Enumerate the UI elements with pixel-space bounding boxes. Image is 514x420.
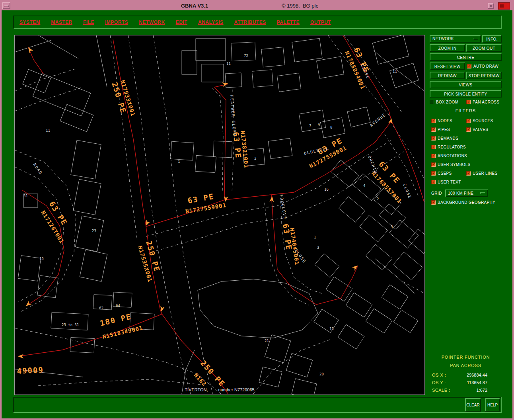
map-labels-layer: 250 PEN17933X00163 PEN17382100163 PEN172… bbox=[17, 46, 412, 389]
svg-text:4: 4 bbox=[363, 184, 365, 188]
svg-text:15: 15 bbox=[39, 257, 44, 261]
map-footer: TIVERTON,number N7720065 bbox=[15, 387, 424, 392]
menu-item-attributes[interactable]: ATTRIBUTES bbox=[234, 20, 266, 25]
readout-label: OS Y : bbox=[432, 380, 455, 385]
readout-value: 1:672 bbox=[455, 388, 487, 393]
network-dropdown[interactable]: NETWORK bbox=[430, 35, 481, 43]
svg-text:25 to 31: 25 to 31 bbox=[62, 323, 79, 327]
reset-view-button[interactable]: RESET VIEW bbox=[430, 63, 465, 70]
auto-draw-checkbox[interactable] bbox=[467, 64, 471, 68]
svg-text:2: 2 bbox=[254, 156, 256, 160]
svg-text:3: 3 bbox=[317, 246, 319, 250]
box-zoom-checkbox[interactable] bbox=[430, 100, 434, 104]
filter-label: DEMANDS bbox=[438, 136, 458, 141]
filter-checkbox-sources[interactable] bbox=[466, 119, 471, 123]
svg-text:21: 21 bbox=[265, 339, 269, 343]
pointer-function-value: PAN ACROSS bbox=[430, 363, 502, 368]
map-footer-place: TIVERTON, bbox=[185, 387, 208, 392]
readout-label: SCALE : bbox=[432, 388, 455, 393]
filter-label: USER TEXT bbox=[438, 180, 461, 184]
grid-label: GRID bbox=[431, 191, 442, 195]
menu-item-file[interactable]: FILE bbox=[83, 20, 94, 25]
filter-checkbox-user-lines[interactable] bbox=[466, 171, 471, 176]
svg-text:2: 2 bbox=[377, 197, 379, 201]
background-geography-checkbox[interactable] bbox=[431, 200, 436, 205]
svg-text:180 PE: 180 PE bbox=[99, 312, 132, 328]
redraw-button[interactable]: REDRAW bbox=[430, 72, 465, 79]
window-copyright: © 1998, BG plc bbox=[282, 3, 318, 9]
filter-label: SOURCES bbox=[473, 119, 493, 123]
filter-label: USER SYMBOLS bbox=[438, 162, 471, 167]
filter-checkbox-user-text[interactable] bbox=[431, 180, 436, 184]
filter-checkbox-user-symbols[interactable] bbox=[431, 162, 436, 167]
option-menu-indicator-icon bbox=[473, 38, 478, 40]
menu-item-system[interactable]: SYSTEM bbox=[19, 20, 40, 25]
filter-label: VALVES bbox=[473, 127, 488, 132]
filter-label: CSEPS bbox=[438, 171, 452, 176]
menu-item-master[interactable]: MASTER bbox=[51, 20, 72, 25]
svg-text:49009: 49009 bbox=[17, 365, 44, 375]
clear-button[interactable]: CLEAR bbox=[465, 398, 481, 412]
svg-text:HEATHER CLOSE: HEATHER CLOSE bbox=[230, 95, 237, 137]
help-button[interactable]: HELP bbox=[485, 398, 500, 412]
readout-value: 296884.44 bbox=[455, 373, 487, 377]
pointer-function-title: POINTER FUNCTION bbox=[430, 355, 502, 359]
svg-text:20: 20 bbox=[319, 372, 324, 376]
menu-item-imports[interactable]: IMPORTS bbox=[105, 20, 128, 25]
menu-bar: SYSTEMMASTERFILEIMPORTSNETWORKEDITANALYS… bbox=[13, 16, 502, 29]
svg-text:9: 9 bbox=[318, 123, 320, 127]
filter-label: NODES bbox=[438, 119, 452, 123]
menu-item-edit[interactable]: EDIT bbox=[176, 20, 187, 25]
svg-text:AVENUE: AVENUE bbox=[369, 112, 387, 127]
info-button[interactable]: INFO. bbox=[482, 35, 502, 43]
filter-label: REGULATORS bbox=[438, 145, 466, 149]
filters-title: FILTERS bbox=[430, 108, 502, 113]
window-menu-button[interactable] bbox=[2, 2, 10, 9]
menu-item-network[interactable]: NETWORK bbox=[139, 20, 165, 25]
svg-text:51: 51 bbox=[23, 194, 28, 198]
pick-single-entity-button[interactable]: PICK SINGLE ENTITY bbox=[430, 90, 502, 98]
option-menu-indicator-icon bbox=[480, 192, 485, 194]
filter-checkbox-valves[interactable] bbox=[466, 127, 471, 132]
svg-text:7: 7 bbox=[309, 124, 311, 128]
map-area: 250 PEN17933X00163 PEN17382100163 PEN172… bbox=[14, 35, 425, 395]
filter-checkbox-pipes[interactable] bbox=[431, 127, 436, 132]
grid-dropdown[interactable]: 100 KM FINE bbox=[445, 189, 488, 197]
svg-text:N162: N162 bbox=[193, 372, 208, 387]
box-zoom-label: BOX ZOOM bbox=[436, 100, 458, 104]
title-bar: GBNA V3.1 © 1998, BG plc bbox=[2, 2, 512, 11]
stop-redraw-button[interactable]: STOP REDRAW bbox=[466, 72, 502, 79]
menu-item-analysis[interactable]: ANALYSIS bbox=[198, 20, 224, 25]
filter-checkbox-nodes[interactable] bbox=[431, 119, 436, 123]
filter-checkbox-demands[interactable] bbox=[431, 136, 436, 141]
zoom-out-button[interactable]: ZOOM OUT bbox=[466, 44, 502, 52]
window-title: GBNA V3.1 bbox=[181, 3, 208, 9]
minimize-button[interactable] bbox=[488, 3, 494, 9]
svg-text:1: 1 bbox=[178, 160, 180, 164]
menu-item-output[interactable]: OUTPUT bbox=[310, 20, 331, 25]
filter-checkbox-regulators[interactable] bbox=[431, 145, 436, 149]
flow-arrows-layer bbox=[18, 46, 393, 359]
pan-across-checkbox[interactable] bbox=[466, 100, 471, 104]
views-button[interactable]: VIEWS bbox=[430, 81, 502, 88]
svg-text:63 PE: 63 PE bbox=[187, 192, 215, 205]
svg-text:11: 11 bbox=[393, 70, 397, 74]
zoom-in-button[interactable]: ZOOM IN bbox=[430, 44, 465, 52]
filter-label: ANNOTATIONS bbox=[438, 154, 467, 158]
svg-text:ROAD: ROAD bbox=[32, 162, 43, 176]
auto-draw-label: AUTO DRAW bbox=[473, 64, 498, 68]
svg-text:11: 11 bbox=[226, 62, 231, 66]
background-geography-label: BACKGROUND GEOGRAPHY bbox=[438, 200, 495, 205]
filter-checkbox-annotations[interactable] bbox=[431, 154, 436, 158]
filter-checkbox-cseps[interactable] bbox=[431, 171, 436, 176]
svg-text:N1518349001: N1518349001 bbox=[102, 324, 144, 340]
readout-value: 113654.87 bbox=[455, 380, 487, 385]
filter-label: USER LINES bbox=[473, 171, 497, 176]
menu-item-palette[interactable]: PALETTE bbox=[277, 20, 300, 25]
close-button[interactable] bbox=[498, 2, 510, 10]
app-window: GBNA V3.1 © 1998, BG plc SYSTEMMASTERFIL… bbox=[0, 0, 514, 420]
centre-button[interactable]: CENTRE bbox=[430, 53, 502, 61]
filters-list: NODESSOURCESPIPESVALVESDEMANDSREGULATORS… bbox=[430, 116, 502, 186]
map-footer-number: number N7720065 bbox=[218, 387, 255, 392]
map-canvas[interactable]: 250 PEN17933X00163 PEN17382100163 PEN172… bbox=[15, 35, 424, 395]
